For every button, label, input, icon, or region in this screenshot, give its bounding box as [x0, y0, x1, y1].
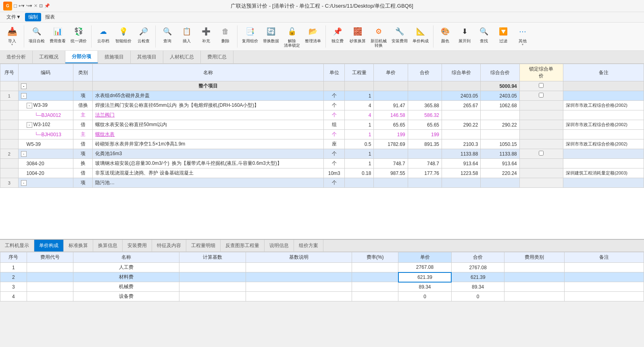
toolbar-query[interactable]: 🔍 查询 [158, 24, 176, 44]
undo-btn[interactable]: ↩▾ [19, 3, 25, 8]
total-checkbox[interactable] [539, 83, 544, 88]
table-row-2-2[interactable]: 1004-20 借 非泵送现浇混凝土浇捣、养护 设备基础混凝土 10m3 0.1… [0, 168, 644, 178]
toolbar-organize[interactable]: 📂 整理清单 [303, 24, 323, 44]
tab-labor-material[interactable]: 人材机汇总 [163, 51, 201, 63]
tab-other-items[interactable]: 其他项目 [131, 51, 163, 63]
pin-btn[interactable]: 📌 [44, 3, 50, 8]
menu-edit[interactable]: 编制 [25, 13, 41, 21]
new-btn[interactable]: □ [14, 3, 17, 9]
table-row-2-1[interactable]: 3084-20 换 玻璃钢水箱安装(总容量30.0m3/个) 换为【履带式单斗挖… [0, 159, 644, 168]
toolbar-supplement[interactable]: ➕ 补充 [197, 24, 215, 44]
br3-unit-price: 89.34 [398, 282, 452, 292]
toolbar-smart-group[interactable]: 💡 智能组价 [114, 24, 133, 44]
bottom-tab-labor-material[interactable]: 工料机显示 [0, 240, 34, 251]
collapse-row1-2[interactable]: - [27, 122, 32, 128]
toolbar-color[interactable]: 🎨 颜色 [436, 24, 454, 44]
collapse-total[interactable]: - [21, 83, 27, 89]
table-row-1-2-1[interactable]: └─BJH0013 主 螺纹水表 个 1 199 199 [0, 130, 644, 139]
delete-label: 删除 [221, 39, 229, 44]
collapse-row1[interactable]: - [21, 93, 27, 99]
table-row-1[interactable]: 1 - 项 水表组dn65含砌井及井盖 个 1 2403.05 2403.05 [0, 91, 644, 101]
toolbar-filter[interactable]: 🔽 过滤 [494, 24, 512, 44]
toolbar-delete[interactable]: 🗑 删除 [217, 24, 234, 44]
mortar-label: 砂浆换算 [350, 39, 366, 44]
close-btn[interactable]: ✕ [34, 3, 38, 8]
row2-1-total: 748.7 [408, 159, 442, 168]
toolbar-unlock[interactable]: 🔓 解除清单锁定 [282, 24, 302, 48]
br3-fee-type [504, 282, 564, 292]
toolbar-insert[interactable]: 📋 插入 [178, 24, 196, 44]
bottom-row-3[interactable]: 3 机械费 89.34 89.34 [0, 282, 644, 292]
br2-base-desc [246, 272, 352, 282]
bottom-tab-install-fee[interactable]: 安装费用 [123, 240, 152, 251]
table-row-1-1[interactable]: -W3-39 借换 焊接法兰阀门安装公称直径65mm以内 换为【电熔焊接机(DR… [0, 101, 644, 110]
row2-qty: 1 [345, 149, 374, 159]
toolbar-replace-data[interactable]: 🔄 替换数据 [261, 24, 281, 44]
tab-part-section[interactable]: 分部分项 [65, 51, 98, 63]
br1-name: 人工费 [73, 263, 179, 272]
bottom-row-1[interactable]: 1 人工费 2767.08 2767.08 [0, 263, 644, 272]
tab-cost-analysis[interactable]: 造价分析 [0, 51, 33, 63]
row3-code: - [18, 178, 73, 188]
bottom-row-2[interactable]: 2 材料费 621.39 621.39 [0, 272, 644, 282]
br2-seq: 2 [0, 272, 27, 282]
table-row-total[interactable]: - 整个项目 5000.94 [0, 81, 644, 91]
toolbar-unit-compose[interactable]: 📐 单价构成 [411, 24, 430, 44]
row1-1-remark: 深圳市市政工程综合价格(2002) [563, 101, 644, 110]
row1-1-comp-total: 1062.68 [481, 101, 519, 110]
bottom-row-4[interactable]: 4 设备费 0 0 [0, 292, 644, 301]
bth-seq: 序号 [0, 252, 27, 263]
redo-btn[interactable]: ↪▾ [26, 3, 32, 8]
row1-fixed[interactable] [519, 91, 563, 101]
table-row-1-2[interactable]: -W3-102 借 螺纹水表安装公称直径50mm以内 组 1 65.65 65.… [0, 120, 644, 130]
tab-project-overview[interactable]: 工程概况 [33, 51, 65, 63]
menu-report[interactable]: 报表 [42, 13, 58, 21]
row2-2-remark: 深圳建筑工程消耗量定额(2003) [563, 168, 644, 178]
bottom-tab-standard[interactable]: 标准换算 [64, 240, 93, 251]
toolbar-self-check[interactable]: 🔍 项目自检 [27, 24, 46, 44]
toolbar-import[interactable]: 📥 导入 ▾ [3, 24, 21, 47]
row2-name: 化粪池16m3 [93, 149, 324, 159]
table-row-3-partial[interactable]: 3 - 项 隐污池… 个 [0, 178, 644, 188]
menu-file[interactable]: 文件▼ [3, 13, 24, 21]
row1-3-name: 砖砌矩形水表井井室净空1.5×1m净高1.9m [93, 139, 324, 149]
row-total-fixed[interactable] [519, 81, 563, 91]
tab-measures[interactable]: 措施项目 [98, 51, 131, 63]
toolbar-install-fee[interactable]: 🔧 安装费用 [390, 24, 409, 44]
row2-checkbox[interactable] [539, 151, 544, 156]
collapse-row1-1[interactable]: - [27, 103, 32, 108]
bottom-tab-unit-price[interactable]: 单价构成 [34, 240, 64, 251]
toolbar-fee-view[interactable]: 📊 费用查看 [48, 24, 67, 44]
row2-fixed[interactable] [519, 149, 563, 159]
toolbar-cloud-archive[interactable]: ☁ 云存档 [94, 24, 112, 44]
bottom-tab-feature[interactable]: 特征及内容 [152, 240, 186, 251]
toolbar-unified-price[interactable]: 💱 统一调价 [69, 24, 88, 44]
bottom-tab-desc[interactable]: 说明信息 [265, 240, 294, 251]
toolbar-standalone[interactable]: 📌 独立费 [329, 24, 346, 44]
collapse-row2[interactable]: - [21, 151, 27, 157]
toolbar-search[interactable]: 🔍 查找 [475, 24, 493, 44]
bottom-tab-reverse[interactable]: 反查图形工程量 [221, 240, 265, 251]
row-total-type [73, 81, 93, 91]
table-row-2[interactable]: 2 - 项 化粪池16m3 个 1 1133.88 1133.88 [0, 149, 644, 159]
tab-fee-summary[interactable]: 费用汇总 [201, 51, 233, 63]
row1-2-1-price: 199 [374, 130, 408, 139]
collapse-row3[interactable]: - [21, 180, 27, 186]
standalone-icon: 📌 [331, 25, 344, 38]
br2-unit-price: 621.39 [398, 272, 452, 282]
toolbar-mortar[interactable]: 🧱 砂浆换算 [348, 24, 367, 44]
row2-remark [563, 149, 644, 159]
br3-base-desc [246, 282, 352, 292]
toolbar-reuse-group[interactable]: 📑 复用组价 [240, 24, 260, 44]
toolbar-expand[interactable]: ⬇ 展开到 [456, 24, 473, 44]
restore-btn[interactable]: ⊡ [39, 3, 43, 8]
toolbar-cloud-check[interactable]: 🔎 云检查 [135, 24, 152, 44]
row1-checkbox[interactable] [539, 93, 544, 98]
bottom-tab-group-plan[interactable]: 组价方案 [294, 240, 323, 251]
table-row-1-1-1[interactable]: └─BJA0012 主 法兰阀门 个 4 146.58 586.32 [0, 110, 644, 120]
toolbar-other[interactable]: ⋯ 其他 ▾ [514, 24, 531, 47]
table-row-1-3[interactable]: W5-39 借 砖砌矩形水表井井室净空1.5×1m净高1.9m 座 0.5 17… [0, 139, 644, 149]
bottom-tab-convert-info[interactable]: 换算信息 [93, 240, 123, 251]
bottom-tab-qty-detail[interactable]: 工程量明细 [186, 240, 221, 251]
toolbar-new-machinery[interactable]: ⚙ 新旧机械转换 [369, 24, 388, 48]
